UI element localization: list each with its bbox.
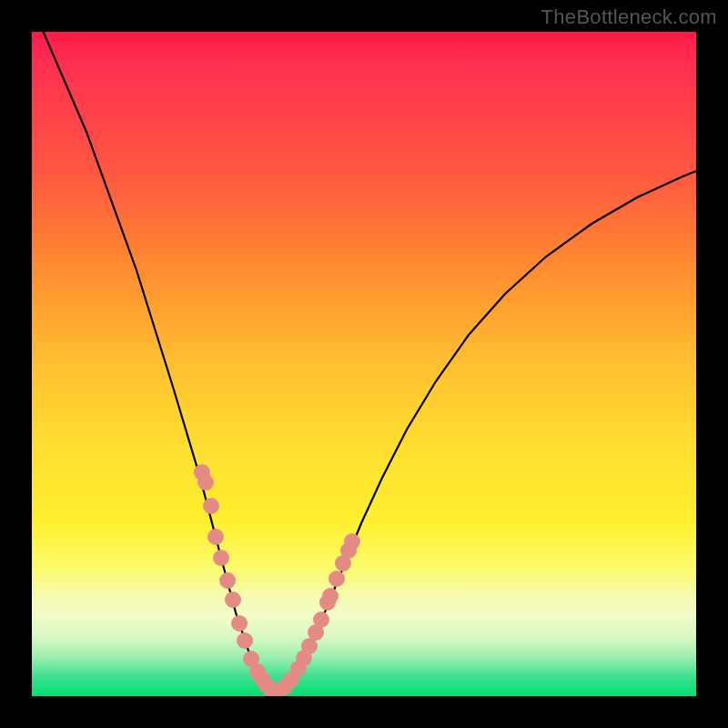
data-marker xyxy=(213,550,229,566)
chart-container: TheBottleneck.com xyxy=(0,0,728,728)
plot-area xyxy=(32,32,696,696)
data-marker xyxy=(225,592,241,608)
data-marker xyxy=(231,615,248,632)
data-marker xyxy=(197,474,214,490)
data-marker xyxy=(207,529,224,545)
data-markers xyxy=(194,464,360,696)
data-marker xyxy=(313,612,329,628)
data-marker xyxy=(344,533,360,550)
bottleneck-curve xyxy=(35,32,696,693)
data-marker xyxy=(203,498,219,514)
data-marker xyxy=(329,571,345,587)
data-marker xyxy=(219,572,236,589)
data-marker xyxy=(237,632,253,649)
data-marker xyxy=(322,588,339,604)
watermark-text: TheBottleneck.com xyxy=(541,5,717,29)
chart-svg xyxy=(32,32,696,696)
